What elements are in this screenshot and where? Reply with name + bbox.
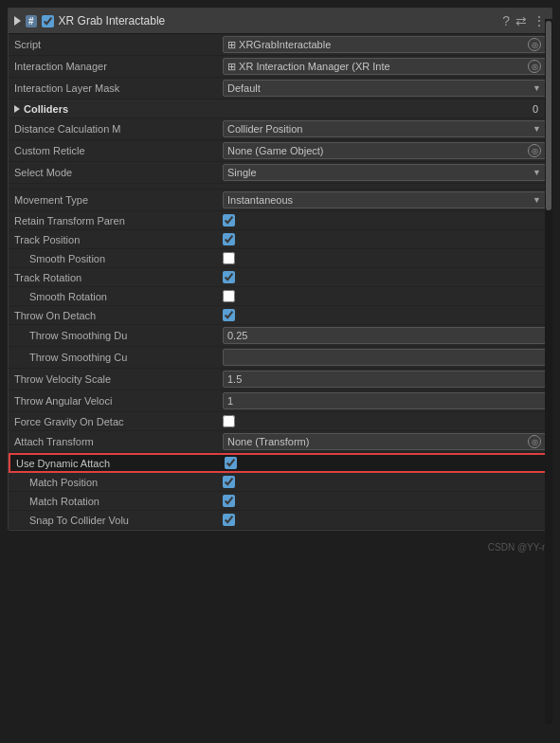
value-attach-transform: None (Transform) ◎: [223, 433, 546, 450]
label-track-position: Track Position: [14, 234, 223, 245]
row-attach-transform: Attach Transform None (Transform) ◎: [9, 431, 551, 453]
label-movement-type: Movement Type: [14, 194, 223, 206]
value-throw-angular-veloci: [223, 392, 546, 409]
row-script: Script ⊞ XRGrabInteractable ◎: [9, 34, 551, 56]
row-throw-angular-veloci: Throw Angular Veloci: [9, 390, 551, 412]
row-throw-smoothing-du: Throw Smoothing Du: [9, 325, 551, 347]
value-custom-reticle: None (Game Object) ◎: [223, 142, 546, 159]
watermark: CSDN @YY-nb: [0, 538, 560, 556]
retain-transform-checkbox[interactable]: [223, 214, 235, 227]
track-position-checkbox[interactable]: [223, 233, 235, 245]
colliders-expand-icon: [14, 105, 20, 113]
row-match-position: Match Position: [9, 473, 551, 492]
smooth-position-checkbox[interactable]: [223, 252, 235, 264]
label-throw-velocity-scale: Throw Velocity Scale: [14, 373, 223, 385]
throw-smoothing-du-field[interactable]: [223, 327, 546, 344]
row-interaction-layer-mask: Interaction Layer Mask Default ▼: [9, 78, 551, 100]
dropdown-arrow4: ▼: [533, 195, 541, 205]
smooth-rotation-checkbox[interactable]: [223, 290, 235, 302]
snap-to-collider-checkbox[interactable]: [223, 514, 235, 526]
script-picker[interactable]: ◎: [528, 38, 541, 51]
row-force-gravity-detach: Force Gravity On Detac: [9, 412, 551, 431]
label-custom-reticle: Custom Reticle: [14, 145, 223, 156]
distance-calc-value: Collider Position: [227, 123, 302, 135]
more-icon[interactable]: ⋮: [533, 13, 546, 28]
label-retain-transform: Retain Transform Paren: [14, 215, 223, 227]
value-use-dynamic-attach: [225, 457, 544, 469]
label-track-rotation: Track Rotation: [14, 272, 223, 283]
script-icon: #: [26, 15, 37, 27]
match-position-checkbox[interactable]: [223, 476, 235, 488]
collapse-triangle[interactable]: [14, 16, 21, 26]
value-movement-type: Instantaneous ▼: [223, 191, 546, 208]
label-throw-smoothing-du: Throw Smoothing Du: [14, 330, 223, 341]
throw-angular-veloci-field[interactable]: [223, 392, 546, 409]
attach-transform-picker[interactable]: ◎: [528, 435, 541, 448]
row-track-position: Track Position: [9, 230, 551, 249]
match-rotation-checkbox[interactable]: [223, 495, 235, 507]
custom-reticle-value: None (Game Object): [227, 145, 323, 156]
movement-type-value: Instantaneous: [227, 194, 293, 206]
row-throw-velocity-scale: Throw Velocity Scale: [9, 369, 551, 390]
row-distance-calc: Distance Calculation M Collider Position…: [9, 118, 551, 140]
value-throw-on-detach: [223, 309, 546, 321]
row-movement-type: Movement Type Instantaneous ▼: [9, 190, 551, 211]
scrollbar-thumb[interactable]: [546, 21, 551, 210]
movement-type-dropdown[interactable]: Instantaneous ▼: [223, 191, 546, 208]
label-snap-to-collider: Snap To Collider Volu: [14, 515, 223, 526]
value-force-gravity-detach: [223, 415, 546, 427]
select-mode-dropdown[interactable]: Single ▼: [223, 164, 546, 181]
dropdown-arrow: ▼: [533, 83, 541, 93]
attach-transform-value: None (Transform): [227, 436, 309, 447]
row-match-rotation: Match Rotation: [9, 492, 551, 511]
component-enabled-checkbox[interactable]: [42, 15, 54, 27]
label-force-gravity-detach: Force Gravity On Detac: [14, 416, 223, 427]
row-colliders[interactable]: Colliders 0: [9, 100, 551, 118]
throw-on-detach-checkbox[interactable]: [223, 309, 235, 321]
settings-icon[interactable]: ⇄: [515, 13, 527, 28]
value-smooth-rotation: [223, 290, 546, 302]
label-throw-on-detach: Throw On Detach: [14, 310, 223, 321]
attach-transform-field[interactable]: None (Transform) ◎: [223, 433, 546, 450]
value-script: ⊞ XRGrabInteractable ◎: [223, 36, 546, 53]
script-field[interactable]: ⊞ XRGrabInteractable ◎: [223, 36, 546, 53]
value-match-rotation: [223, 495, 546, 507]
force-gravity-detach-checkbox[interactable]: [223, 415, 235, 427]
script-value: ⊞ XRGrabInteractable: [227, 39, 331, 51]
colliders-count: 0: [533, 103, 538, 115]
panel-header: # XR Grab Interactable ? ⇄ ⋮: [9, 9, 551, 34]
value-interaction-layer-mask: Default ▼: [223, 80, 546, 97]
distance-calc-dropdown[interactable]: Collider Position ▼: [223, 120, 546, 137]
row-throw-smoothing-cu: Throw Smoothing Cu: [9, 347, 551, 369]
throw-smoothing-cu-field[interactable]: [223, 349, 546, 366]
label-throw-smoothing-cu: Throw Smoothing Cu: [14, 352, 223, 363]
custom-reticle-field[interactable]: None (Game Object) ◎: [223, 142, 546, 159]
value-throw-smoothing-cu: [223, 349, 546, 366]
track-rotation-checkbox[interactable]: [223, 271, 235, 283]
help-icon[interactable]: ?: [502, 13, 510, 28]
value-smooth-position: [223, 252, 546, 264]
label-script: Script: [14, 39, 223, 50]
throw-velocity-scale-field[interactable]: [223, 371, 546, 388]
xr-grab-interactable-panel: # XR Grab Interactable ? ⇄ ⋮ Script ⊞ XR…: [8, 8, 552, 531]
interaction-manager-picker[interactable]: ◎: [528, 60, 541, 73]
use-dynamic-attach-checkbox[interactable]: [225, 457, 237, 469]
value-retain-transform: [223, 214, 546, 227]
value-snap-to-collider: [223, 514, 546, 526]
value-interaction-manager: ⊞ XR Interaction Manager (XR Inte ◎: [223, 58, 546, 75]
scrollbar[interactable]: [545, 19, 552, 556]
label-interaction-layer-mask: Interaction Layer Mask: [14, 82, 223, 94]
interaction-manager-field[interactable]: ⊞ XR Interaction Manager (XR Inte ◎: [223, 58, 546, 75]
label-attach-transform: Attach Transform: [14, 436, 223, 447]
label-match-position: Match Position: [14, 477, 223, 488]
value-track-position: [223, 233, 546, 245]
interaction-layer-mask-dropdown[interactable]: Default ▼: [223, 80, 546, 97]
row-snap-to-collider: Snap To Collider Volu: [9, 511, 551, 530]
row-interaction-manager: Interaction Manager ⊞ XR Interaction Man…: [9, 56, 551, 78]
label-distance-calc: Distance Calculation M: [14, 123, 223, 135]
label-colliders: Colliders: [24, 103, 533, 115]
label-smooth-rotation: Smooth Rotation: [14, 291, 223, 302]
custom-reticle-picker[interactable]: ◎: [528, 144, 541, 157]
dropdown-arrow2: ▼: [533, 124, 541, 134]
row-select-mode: Select Mode Single ▼: [9, 162, 551, 184]
